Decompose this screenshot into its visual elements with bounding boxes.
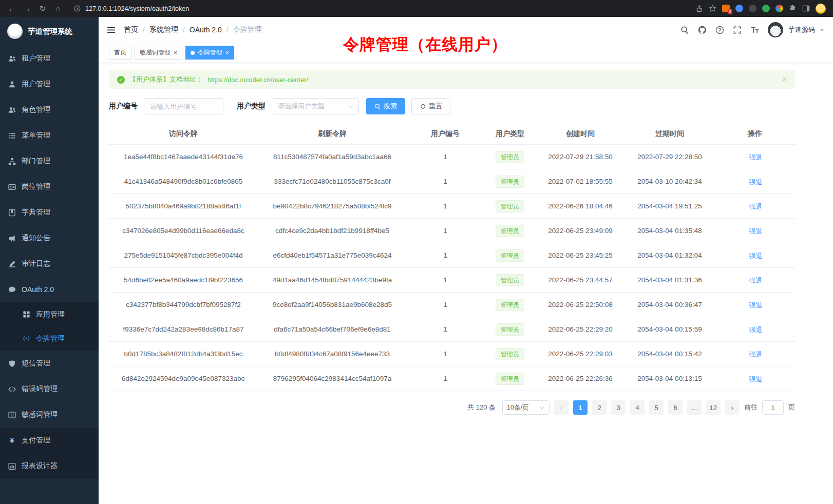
user-id-input[interactable] [144,98,223,114]
caret-down-icon[interactable] [819,27,825,33]
reset-button[interactable]: 重置 [411,98,450,114]
sidebar-item-7[interactable]: 通知公告 [0,225,99,251]
sidebar-subitem-9-1[interactable]: 令牌管理 [0,326,99,351]
hamburger-icon[interactable] [107,26,116,34]
tab-2[interactable]: 令牌管理× [185,46,234,60]
signal-icon [23,335,30,342]
force-logout-button[interactable]: 强退 [748,375,763,384]
next-page-button[interactable]: › [725,400,740,415]
github-icon[interactable] [698,26,707,34]
force-logout-button[interactable]: 强退 [748,301,763,310]
extensions-puzzle-icon[interactable] [789,5,797,12]
home-button[interactable]: ⌂ [51,2,65,15]
sidebar-item-8[interactable]: 审计日志 [0,251,99,277]
page-button-12[interactable]: 12 [706,400,721,415]
table-row: 1ea5e44f8bc1467aaede43144f31de76811c5304… [109,145,795,169]
extension-icon[interactable]: 0 [722,5,730,12]
force-logout-button[interactable]: 强退 [748,350,763,359]
column-header: 过期时间 [624,123,715,145]
column-header: 创建时间 [536,123,624,145]
page-button-6[interactable]: 6 [668,400,683,415]
page-button-5[interactable]: 5 [649,400,664,415]
sidebar-item-13[interactable]: ¥支付管理 [0,428,99,453]
page-button-3[interactable]: 3 [611,400,626,415]
doc-link[interactable]: https://doc.iocoder.cn/user-center/ [207,76,308,84]
total-count: 共 120 条 [467,403,496,412]
tab-0[interactable]: 首页 [109,46,131,60]
sidebar-item-11[interactable]: 错误码管理 [0,376,99,402]
sidebar-item-1[interactable]: 用户管理 [0,71,99,97]
force-logout-button[interactable]: 强退 [748,178,763,187]
prev-page-button[interactable]: ‹ [554,400,569,415]
sidebar: 芋道管理系统 租户管理用户管理角色管理菜单管理部门管理岗位管理字典管理通知公告审… [0,17,99,504]
extension-icon[interactable] [735,5,743,12]
close-icon[interactable]: × [225,50,229,56]
chevron-down-icon [348,104,354,109]
sidebar-item-3[interactable]: 菜单管理 [0,123,99,148]
sidebar-item-10[interactable]: 短信管理 [0,351,99,376]
share-icon[interactable] [695,5,703,12]
breadcrumb-item[interactable]: OAuth 2.0 [190,26,222,34]
force-logout-button[interactable]: 强退 [748,251,763,261]
list-icon [8,132,16,140]
table-row: 54d6be82ee5a460a9aedc1f9bf22365649d1aa46… [109,268,795,293]
sidebar-item-5[interactable]: 岗位管理 [0,174,99,200]
breadcrumb-item[interactable]: 首页 [124,25,138,34]
extension-icon[interactable] [749,5,756,12]
search-icon[interactable] [680,26,689,34]
help-icon[interactable] [715,26,724,34]
goto-page-input[interactable] [762,400,784,415]
sidebar-item-0[interactable]: 租户管理 [0,46,99,71]
search-button[interactable]: 搜索 [366,98,405,114]
sidebar-item-9[interactable]: OAuth 2.0 [0,277,99,302]
page-button-1[interactable]: 1 [573,400,588,415]
code-icon [8,385,16,393]
bookmark-star-icon[interactable] [709,5,716,12]
page-button-4[interactable]: 4 [630,400,645,415]
chevron-down-icon [539,405,545,411]
force-logout-button[interactable]: 强退 [748,227,763,236]
forward-button[interactable]: → [21,2,34,15]
breadcrumb-separator: / [183,26,185,34]
svg-text:¥: ¥ [10,437,14,444]
user-type-select[interactable]: 请选择用户类型 [272,98,359,114]
back-button[interactable]: ← [5,2,18,15]
force-logout-button[interactable]: 强退 [748,325,763,335]
shield-icon [8,360,16,367]
force-logout-button[interactable]: 强退 [748,202,763,211]
search-icon [374,103,381,110]
font-size-icon[interactable] [750,26,759,34]
address-bar[interactable]: 127.0.0.1:1024/system/oauth2/token [67,5,693,12]
goto-suffix: 页 [788,403,795,412]
page-button-2[interactable]: 2 [592,400,607,415]
sidebar-item-2[interactable]: 角色管理 [0,97,99,123]
sidebar-item-12[interactable]: 敏感词管理 [0,402,99,428]
user-name[interactable]: 芋道源码 [788,25,815,34]
breadcrumb-separator: / [226,26,229,34]
table-row: c342377bf8b344799dcbf7bf095287f29ce8ef2a… [109,293,795,317]
force-logout-button[interactable]: 强退 [748,153,763,162]
column-header: 操作 [715,123,795,145]
user-avatar[interactable] [768,22,783,37]
app-logo: 芋道管理系统 [0,17,99,46]
sidebar-subitem-9-0[interactable]: 应用管理 [0,302,99,326]
extension-icon[interactable] [775,5,783,12]
badge-icon [8,183,16,191]
sidebar-item-6[interactable]: 字典管理 [0,200,99,225]
breadcrumb-item[interactable]: 系统管理 [149,25,178,34]
close-icon[interactable]: × [174,50,177,56]
pager-ellipsis[interactable]: ... [687,400,702,415]
extension-icon[interactable] [762,5,770,12]
sidebar-item-4[interactable]: 部门管理 [0,148,99,174]
force-logout-button[interactable]: 强退 [748,276,763,285]
fullscreen-icon[interactable] [733,26,742,34]
tab-1[interactable]: 敏感词管理× [135,46,182,60]
side-panel-icon[interactable] [802,5,810,12]
alert-close-icon[interactable]: × [782,75,787,84]
sidebar-item-14[interactable]: 报表设计器 [0,453,99,479]
edit-icon [8,260,16,268]
browser-profile-avatar[interactable] [816,4,826,14]
reload-button[interactable]: ↻ [36,2,49,15]
user-type-badge: 管理员 [496,225,524,237]
page-size-select[interactable]: 10条/页 [502,400,550,415]
